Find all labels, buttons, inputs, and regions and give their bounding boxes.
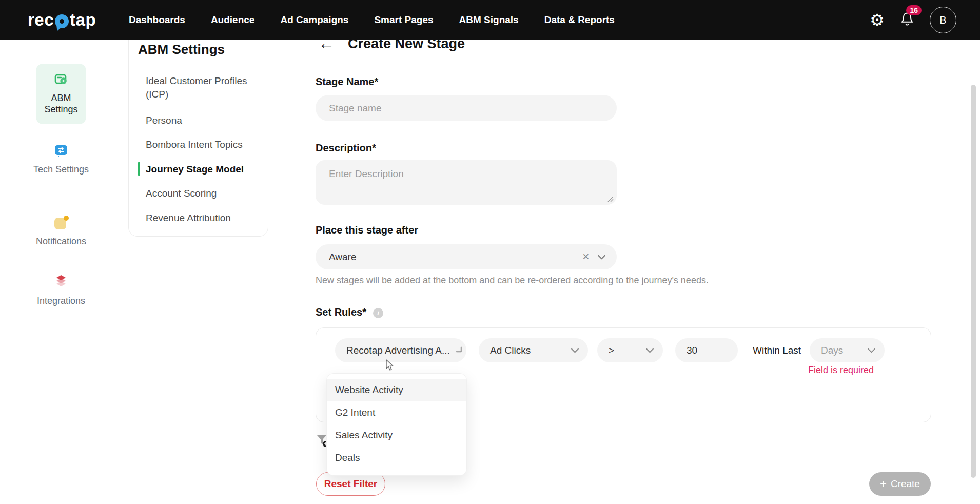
rule-source-select[interactable]: Recotap Advertising A... [335,338,466,362]
menu-item-g2-intent[interactable]: G2 Intent [327,401,466,424]
nav-item-ad-campaigns[interactable]: Ad Campaigns [280,14,348,26]
notification-count-badge: 16 [906,5,922,15]
plus-icon: + [880,478,887,490]
textarea-resize-handle[interactable] [606,195,614,202]
panel-item-account-scoring[interactable]: Account Scoring [146,187,261,200]
rule-source-menu: Website Activity G2 Intent Sales Activit… [326,373,467,476]
location-pin-icon [55,14,69,28]
nav-item-data-reports[interactable]: Data & Reports [544,14,615,26]
rule-value-input[interactable] [675,338,738,362]
panel-item-revenue-attribution[interactable]: Revenue Attribution [146,211,261,225]
logo-text-pre: rec [28,10,54,30]
chevron-open-icon [455,346,464,355]
rule-unit-select[interactable]: Days [810,338,885,362]
rule-metric-select[interactable]: Ad Clicks [479,338,588,362]
rule-source-value: Recotap Advertising A... [346,345,450,356]
sidebar-item-notifications[interactable]: Notifications [28,215,94,247]
vertical-scrollbar[interactable] [971,85,976,478]
place-after-value: Aware [329,251,357,263]
tech-settings-icon [53,143,69,159]
recotap-logo[interactable]: rectap [28,10,96,30]
abm-settings-panel: ABM Settings Ideal Customer Profiles (IC… [128,23,268,237]
panel-item-persona[interactable]: Persona [146,114,261,127]
content-right-divider [952,40,952,504]
sidebar-item-tech-settings[interactable]: Tech Settings [28,143,94,175]
top-nav: rectap Dashboards Audience Ad Campaigns … [0,0,980,40]
menu-item-website-activity[interactable]: Website Activity [327,379,466,401]
info-icon[interactable]: i [373,308,383,318]
panel-title: ABM Settings [138,42,225,57]
description-label: Description* [316,142,376,154]
logo-text-post: tap [70,10,96,30]
avatar-initial: B [939,14,946,26]
sidebar-item-integrations[interactable]: Integrations [28,274,94,306]
create-button[interactable]: + Create [869,472,931,496]
stage-name-label: Stage Name* [316,76,378,88]
sidebar-item-label: Integrations [37,295,85,306]
nav-right-actions: ⚙ 16 B [870,7,956,33]
chevron-down-icon [571,348,579,353]
sidebar-item-abm-settings[interactable]: ABM Settings [36,64,86,124]
chevron-down-icon [868,348,875,353]
nav-menu: Dashboards Audience Ad Campaigns Smart P… [129,14,615,26]
panel-item-icp[interactable]: Ideal Customer Profiles (ICP) [146,74,261,101]
within-last-label: Within Last [753,338,801,362]
gear-icon[interactable]: ⚙ [870,12,885,28]
chevron-down-icon [646,348,654,353]
icon-sidebar: ABM Settings Tech Settings Notifications [0,40,128,504]
panel-item-journey-stage-model[interactable]: Journey Stage Model [146,163,261,176]
nav-item-abm-signals[interactable]: ABM Signals [459,14,519,26]
panel-item-bombora[interactable]: Bombora Intent Topics [146,138,261,151]
place-after-select[interactable]: Aware ✕ [316,244,617,269]
notifications-icon [52,215,70,231]
description-input[interactable] [316,160,617,205]
clear-selection-icon[interactable]: ✕ [579,251,593,262]
nav-item-dashboards[interactable]: Dashboards [129,14,185,26]
create-button-label: Create [891,478,920,490]
place-after-helper-text: New stages will be added at the bottom a… [316,275,709,286]
avatar[interactable]: B [930,7,956,33]
app-root: rectap Dashboards Audience Ad Campaigns … [0,0,980,504]
sidebar-item-label: ABM Settings [36,92,86,115]
place-after-label: Place this stage after [316,224,418,236]
sidebar-item-label: Notifications [36,236,86,247]
nav-item-audience[interactable]: Audience [211,14,255,26]
rule-operator-value: > [609,345,614,356]
set-rules-label: Set Rules* [316,306,366,318]
menu-item-deals[interactable]: Deals [327,447,466,469]
active-item-indicator [138,162,140,176]
notifications-bell-button[interactable]: 16 [900,11,914,29]
stage-name-input[interactable] [316,95,617,121]
rule-metric-value: Ad Clicks [490,345,531,356]
nav-item-smart-pages[interactable]: Smart Pages [374,14,433,26]
rule-unit-placeholder: Days [821,345,843,356]
sidebar-item-label: Tech Settings [33,164,89,175]
integrations-icon [52,274,70,290]
field-required-error: Field is required [808,365,874,376]
abm-settings-icon [53,72,69,88]
mouse-cursor [384,359,396,372]
menu-item-sales-activity[interactable]: Sales Activity [327,424,466,447]
chevron-down-icon [598,255,605,260]
rule-operator-select[interactable]: > [597,338,663,362]
